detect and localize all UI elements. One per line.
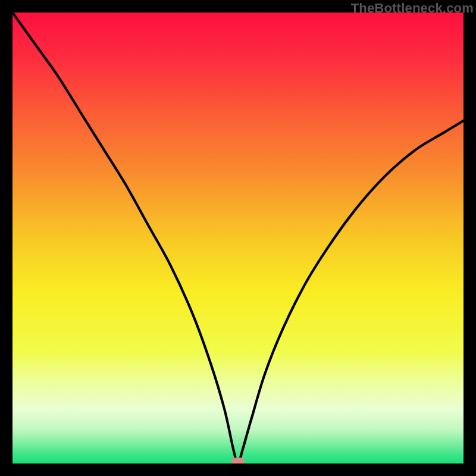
optimum-marker bbox=[231, 458, 245, 464]
chart-svg bbox=[12, 12, 464, 464]
gradient-background bbox=[12, 12, 464, 464]
chart-frame bbox=[12, 12, 464, 464]
watermark-text: TheBottleneck.com bbox=[351, 1, 474, 16]
